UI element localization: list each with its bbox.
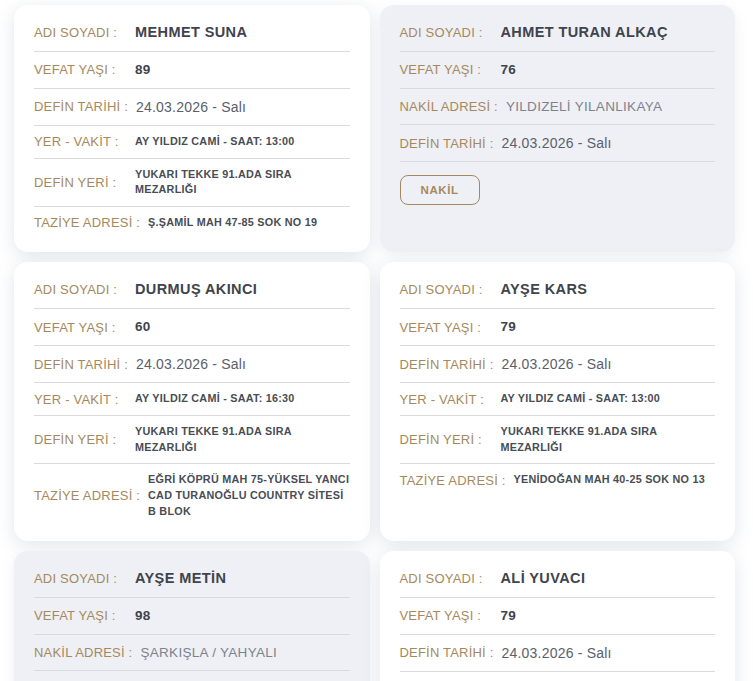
field-row-defin-tarihi: DEFİN TARİHİ :24.03.2026 - Salı bbox=[34, 89, 350, 126]
field-row-defin-tarihi: DEFİN TARİHİ :24.03.2026 - Salı bbox=[34, 671, 350, 681]
field-label-adi-soyadi: ADI SOYADI : bbox=[34, 25, 127, 40]
field-label-defin-yeri: DEFİN YERİ : bbox=[400, 432, 493, 447]
field-value-vefat-yasi: 89 bbox=[135, 60, 151, 80]
field-value-taziye-adresi: Ş.ŞAMİL MAH 47-85 SOK NO 19 bbox=[148, 215, 317, 231]
field-value-yer-vakit: AY YILDIZ CAMİ - SAAT: 13:00 bbox=[135, 134, 295, 150]
obituary-card-ayse-kars: ADI SOYADI :AYŞE KARSVEFAT YAŞI :79DEFİN… bbox=[380, 262, 736, 541]
field-row-taziye-adresi: TAZİYE ADRESİ :Ş.ŞAMİL MAH 47-85 SOK NO … bbox=[34, 207, 350, 239]
field-value-vefat-yasi: 76 bbox=[501, 60, 517, 80]
field-label-vefat-yasi: VEFAT YAŞI : bbox=[34, 62, 127, 77]
field-value-defin-yeri: YUKARI TEKKE 91.ADA SIRA MEZARLIĞI bbox=[135, 424, 350, 455]
field-label-adi-soyadi: ADI SOYADI : bbox=[400, 25, 493, 40]
field-row-adi-soyadi: ADI SOYADI :AHMET TURAN ALKAÇ bbox=[400, 14, 716, 52]
field-label-taziye-adresi: TAZİYE ADRESİ : bbox=[34, 215, 140, 230]
field-row-defin-tarihi: DEFİN TARİHİ :24.03.2026 - Salı bbox=[34, 346, 350, 383]
field-value-defin-tarihi: 24.03.2026 - Salı bbox=[502, 354, 612, 374]
field-row-yer-vakit: YER - VAKİT :AY YILDIZ CAMİ - SAAT: 13:0… bbox=[400, 672, 716, 681]
field-row-yer-vakit: YER - VAKİT :AY YILDIZ CAMİ - SAAT: 13:0… bbox=[34, 126, 350, 159]
field-row-vefat-yasi: VEFAT YAŞI :98 bbox=[34, 598, 350, 635]
obituary-card-durmus-akinci: ADI SOYADI :DURMUŞ AKINCIVEFAT YAŞI :60D… bbox=[14, 262, 370, 541]
field-label-defin-tarihi: DEFİN TARİHİ : bbox=[400, 645, 494, 660]
field-label-taziye-adresi: TAZİYE ADRESİ : bbox=[34, 488, 140, 503]
field-row-defin-tarihi: DEFİN TARİHİ :24.03.2026 - Salı bbox=[400, 635, 716, 672]
field-value-vefat-yasi: 98 bbox=[135, 606, 151, 626]
field-value-yer-vakit: AY YILDIZ CAMİ - SAAT: 13:00 bbox=[501, 391, 661, 407]
field-row-vefat-yasi: VEFAT YAŞI :89 bbox=[34, 52, 350, 89]
field-label-nakil-adresi: NAKİL ADRESİ : bbox=[400, 99, 498, 114]
field-row-vefat-yasi: VEFAT YAŞI :60 bbox=[34, 309, 350, 346]
obituary-card-ayse-metin: ADI SOYADI :AYŞE METİNVEFAT YAŞI :98NAKİ… bbox=[14, 551, 370, 681]
field-row-vefat-yasi: VEFAT YAŞI :79 bbox=[400, 598, 716, 635]
field-label-vefat-yasi: VEFAT YAŞI : bbox=[400, 608, 493, 623]
field-value-vefat-yasi: 79 bbox=[501, 606, 517, 626]
field-value-vefat-yasi: 79 bbox=[501, 317, 517, 337]
field-label-nakil-adresi: NAKİL ADRESİ : bbox=[34, 645, 132, 660]
field-label-defin-yeri: DEFİN YERİ : bbox=[34, 175, 127, 190]
field-row-nakil-adresi: NAKİL ADRESİ :YILDIZELİ YILANLIKAYA bbox=[400, 89, 716, 126]
field-row-defin-yeri: DEFİN YERİ :YUKARI TEKKE 91.ADA SIRA MEZ… bbox=[34, 416, 350, 464]
field-value-vefat-yasi: 60 bbox=[135, 317, 151, 337]
field-label-taziye-adresi: TAZİYE ADRESİ : bbox=[400, 473, 506, 488]
field-row-taziye-adresi: TAZİYE ADRESİ :EĞRİ KÖPRÜ MAH 75-YÜKSEL … bbox=[34, 464, 350, 527]
field-label-yer-vakit: YER - VAKİT : bbox=[34, 134, 127, 149]
field-value-adi-soyadi: DURMUŞ AKINCI bbox=[135, 279, 257, 300]
field-label-defin-tarihi: DEFİN TARİHİ : bbox=[400, 357, 494, 372]
field-value-defin-tarihi: 24.03.2026 - Salı bbox=[136, 97, 246, 117]
obituary-grid: ADI SOYADI :MEHMET SUNAVEFAT YAŞI :89DEF… bbox=[0, 0, 753, 681]
field-row-nakil-adresi: NAKİL ADRESİ :ŞARKIŞLA / YAHYALI bbox=[34, 635, 350, 672]
field-row-defin-yeri: DEFİN YERİ :YUKARI TEKKE 91.ADA SIRA MEZ… bbox=[34, 159, 350, 207]
field-label-defin-yeri: DEFİN YERİ : bbox=[34, 432, 127, 447]
field-value-defin-yeri: YUKARI TEKKE 91.ADA SIRA MEZARLIĞI bbox=[135, 167, 350, 198]
field-label-yer-vakit: YER - VAKİT : bbox=[400, 392, 493, 407]
field-value-defin-tarihi: 24.03.2026 - Salı bbox=[136, 354, 246, 374]
field-value-adi-soyadi: AHMET TURAN ALKAÇ bbox=[501, 22, 668, 43]
field-label-defin-tarihi: DEFİN TARİHİ : bbox=[34, 357, 128, 372]
field-value-defin-tarihi: 24.03.2026 - Salı bbox=[502, 643, 612, 663]
field-row-vefat-yasi: VEFAT YAŞI :76 bbox=[400, 52, 716, 89]
field-label-adi-soyadi: ADI SOYADI : bbox=[34, 282, 127, 297]
field-row-yer-vakit: YER - VAKİT :AY YILDIZ CAMİ - SAAT: 16:3… bbox=[34, 383, 350, 416]
obituary-card-ahmet-turan-alkac: ADI SOYADI :AHMET TURAN ALKAÇVEFAT YAŞI … bbox=[380, 5, 736, 252]
field-label-defin-tarihi: DEFİN TARİHİ : bbox=[34, 99, 128, 114]
field-value-defin-yeri: YUKARI TEKKE 91.ADA SIRA MEZARLIĞI bbox=[501, 424, 716, 455]
field-row-adi-soyadi: ADI SOYADI :ALİ YUVACI bbox=[400, 560, 716, 598]
field-value-adi-soyadi: AYŞE METİN bbox=[135, 568, 226, 589]
field-label-vefat-yasi: VEFAT YAŞI : bbox=[34, 608, 127, 623]
field-value-nakil-adresi: ŞARKIŞLA / YAHYALI bbox=[140, 643, 277, 663]
field-label-adi-soyadi: ADI SOYADI : bbox=[400, 282, 493, 297]
field-value-nakil-adresi: YILDIZELİ YILANLIKAYA bbox=[506, 97, 662, 117]
field-value-yer-vakit: AY YILDIZ CAMİ - SAAT: 16:30 bbox=[135, 391, 295, 407]
obituary-card-ali-yuvaci: ADI SOYADI :ALİ YUVACIVEFAT YAŞI :79DEFİ… bbox=[380, 551, 736, 681]
obituary-card-mehmet-suna: ADI SOYADI :MEHMET SUNAVEFAT YAŞI :89DEF… bbox=[14, 5, 370, 252]
field-label-vefat-yasi: VEFAT YAŞI : bbox=[34, 320, 127, 335]
field-row-defin-yeri: DEFİN YERİ :YUKARI TEKKE 91.ADA SIRA MEZ… bbox=[400, 416, 716, 464]
field-label-vefat-yasi: VEFAT YAŞI : bbox=[400, 320, 493, 335]
field-row-taziye-adresi: TAZİYE ADRESİ :YENİDOĞAN MAH 40-25 SOK N… bbox=[400, 464, 716, 496]
field-value-adi-soyadi: AYŞE KARS bbox=[501, 279, 588, 300]
field-label-adi-soyadi: ADI SOYADI : bbox=[400, 571, 493, 586]
field-row-yer-vakit: YER - VAKİT :AY YILDIZ CAMİ - SAAT: 13:0… bbox=[400, 383, 716, 416]
field-value-defin-tarihi: 24.03.2026 - Salı bbox=[502, 133, 612, 153]
field-label-vefat-yasi: VEFAT YAŞI : bbox=[400, 62, 493, 77]
field-row-adi-soyadi: ADI SOYADI :AYŞE KARS bbox=[400, 271, 716, 309]
field-row-defin-tarihi: DEFİN TARİHİ :24.03.2026 - Salı bbox=[400, 125, 716, 162]
field-value-taziye-adresi: EĞRİ KÖPRÜ MAH 75-YÜKSEL YANCI CAD TURAN… bbox=[148, 472, 349, 519]
field-value-adi-soyadi: ALİ YUVACI bbox=[501, 568, 586, 589]
field-label-adi-soyadi: ADI SOYADI : bbox=[34, 571, 127, 586]
field-row-defin-tarihi: DEFİN TARİHİ :24.03.2026 - Salı bbox=[400, 346, 716, 383]
field-value-adi-soyadi: MEHMET SUNA bbox=[135, 22, 247, 43]
field-row-vefat-yasi: VEFAT YAŞI :79 bbox=[400, 309, 716, 346]
field-row-adi-soyadi: ADI SOYADI :AYŞE METİN bbox=[34, 560, 350, 598]
field-label-yer-vakit: YER - VAKİT : bbox=[34, 392, 127, 407]
field-value-taziye-adresi: YENİDOĞAN MAH 40-25 SOK NO 13 bbox=[514, 472, 705, 488]
field-label-defin-tarihi: DEFİN TARİHİ : bbox=[400, 136, 494, 151]
field-row-adi-soyadi: ADI SOYADI :DURMUŞ AKINCI bbox=[34, 271, 350, 309]
nakil-button[interactable]: NAKİL bbox=[400, 175, 480, 205]
field-row-adi-soyadi: ADI SOYADI :MEHMET SUNA bbox=[34, 14, 350, 52]
